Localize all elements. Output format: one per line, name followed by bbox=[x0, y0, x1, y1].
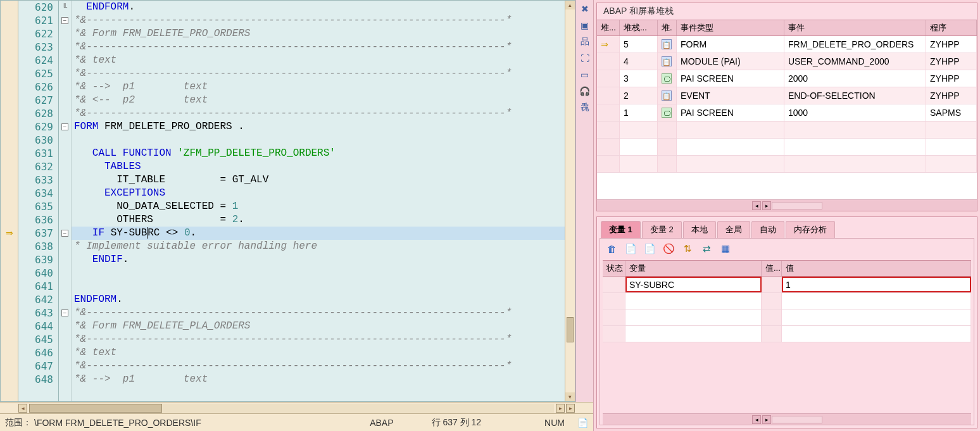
code-line[interactable]: *&--------------------------------------… bbox=[72, 333, 565, 346]
var-name-cell[interactable] bbox=[625, 309, 762, 325]
code-line[interactable]: FORM FRM_DELETE_PRO_ORDERS . bbox=[72, 120, 565, 134]
code-line[interactable]: IF SY-SUBRC <> 0. bbox=[72, 227, 565, 240]
sort-icon[interactable]: ⇅ bbox=[681, 242, 694, 255]
code-line[interactable]: *& <-- p2 text bbox=[72, 94, 565, 107]
code-line[interactable]: IT_TABLE = GT_ALV bbox=[72, 173, 565, 187]
code-line[interactable]: *& Form FRM_DELETE_PRO_ORDERS bbox=[72, 27, 565, 41]
tab-变量 1[interactable]: 变量 1 bbox=[601, 221, 641, 238]
code-line[interactable]: NO_DATA_SELECTED = 1 bbox=[72, 200, 565, 213]
fullscreen-icon[interactable]: ⛶ bbox=[579, 52, 591, 65]
code-line[interactable]: *&--------------------------------------… bbox=[72, 306, 565, 320]
stack-row[interactable]: 2📋EVENTEND-OF-SELECTIONZYHPP bbox=[597, 87, 977, 104]
vars-col-name[interactable]: 变量 bbox=[625, 261, 762, 276]
scroll-down-button[interactable]: ▾ bbox=[565, 392, 575, 401]
code-line[interactable] bbox=[72, 280, 565, 293]
tab-自动[interactable]: 自动 bbox=[751, 221, 784, 238]
code-line[interactable]: ENDFORM. bbox=[72, 1, 565, 14]
code-line[interactable]: *& --> p1 text bbox=[72, 373, 565, 386]
code-line[interactable]: *& text bbox=[72, 346, 565, 359]
new-window-icon[interactable]: ▣ bbox=[579, 19, 591, 32]
var-value-cell[interactable]: 1 bbox=[782, 277, 971, 292]
vertical-scrollbar[interactable]: ▴ ▾ bbox=[565, 1, 575, 401]
var-value-cell[interactable] bbox=[782, 309, 971, 325]
code-line[interactable]: ENDFORM. bbox=[72, 293, 565, 306]
add-var-icon[interactable]: 📄 bbox=[624, 242, 637, 255]
code-line[interactable]: *& --> p1 text bbox=[72, 80, 565, 94]
vars-hscroll[interactable]: ◂ ▸ bbox=[603, 413, 971, 425]
stack-col-event[interactable]: 事件 bbox=[784, 20, 926, 35]
variable-row[interactable]: SY-SUBRC1 bbox=[603, 277, 971, 293]
var-value-cell[interactable] bbox=[782, 293, 971, 309]
table-icon[interactable]: ▦ bbox=[719, 242, 732, 255]
code-line[interactable]: OTHERS = 2. bbox=[72, 213, 565, 227]
vars-scroll-left[interactable]: ◂ bbox=[752, 415, 761, 424]
scroll-thumb[interactable] bbox=[567, 317, 574, 342]
var-name-cell[interactable] bbox=[625, 293, 762, 309]
structure-icon[interactable]: 毳 bbox=[579, 101, 591, 114]
variable-row[interactable] bbox=[603, 293, 971, 309]
code-line[interactable]: *&--------------------------------------… bbox=[72, 67, 565, 80]
tab-全局[interactable]: 全局 bbox=[717, 221, 750, 238]
code-line[interactable] bbox=[72, 134, 565, 147]
stack-col-index[interactable]: 堆... bbox=[597, 20, 620, 35]
tab-变量 2[interactable]: 变量 2 bbox=[642, 221, 682, 238]
fold-toggle[interactable]: − bbox=[61, 17, 68, 24]
code-line[interactable]: * Implement suitable error handling here bbox=[72, 240, 565, 253]
hscroll-right2-button[interactable]: ▸ bbox=[566, 404, 575, 413]
tab-内存分析[interactable]: 内存分析 bbox=[786, 221, 835, 238]
hscroll-track[interactable] bbox=[29, 404, 554, 413]
code-line[interactable]: EXCEPTIONS bbox=[72, 187, 565, 200]
delete-icon[interactable]: 🗑 bbox=[605, 242, 618, 255]
support-icon[interactable]: 🎧 bbox=[579, 85, 591, 97]
code-line[interactable] bbox=[72, 266, 565, 280]
code-line[interactable]: *&--------------------------------------… bbox=[72, 359, 565, 373]
transfer-icon[interactable]: ⇄ bbox=[700, 242, 713, 255]
vars-scroll-right[interactable]: ▸ bbox=[762, 415, 771, 424]
code-line[interactable]: CALL FUNCTION 'ZFM_PP_DELETE_PRO_ORDERS' bbox=[72, 147, 565, 160]
scroll-up-button[interactable]: ▴ bbox=[565, 1, 575, 9]
tab-本地[interactable]: 本地 bbox=[683, 221, 716, 238]
edit-var-icon[interactable]: 📄 bbox=[643, 242, 656, 255]
stack-col-level[interactable]: 堆栈... bbox=[620, 20, 658, 35]
stack-col-event-type[interactable]: 事件类型 bbox=[677, 20, 784, 35]
stack-row[interactable]: 4📋MODULE (PAI)USER_COMMAND_2000ZYHPP bbox=[597, 53, 977, 70]
hscroll-right-button[interactable]: ▸ bbox=[556, 404, 565, 413]
remove-var-icon[interactable]: 🚫 bbox=[662, 242, 675, 255]
stack-row[interactable]: 1🖵PAI SCREEN1000SAPMS bbox=[597, 104, 977, 122]
var-name-cell[interactable] bbox=[625, 326, 762, 342]
fold-toggle[interactable]: − bbox=[61, 230, 68, 237]
stack-scroll-track[interactable] bbox=[772, 202, 822, 209]
vars-col-value[interactable]: 值 bbox=[782, 261, 971, 276]
code-line[interactable]: *&--------------------------------------… bbox=[72, 41, 565, 54]
stack-scroll-left[interactable]: ◂ bbox=[752, 201, 761, 210]
vars-col-valicon[interactable]: 值... bbox=[762, 261, 782, 276]
fold-toggle[interactable]: − bbox=[61, 123, 68, 130]
layout-icon[interactable]: ▭ bbox=[579, 68, 591, 81]
hscroll-thumb[interactable] bbox=[29, 404, 162, 413]
fold-gutter[interactable]: ╙−−−− bbox=[59, 1, 72, 401]
stack-scroll-right[interactable]: ▸ bbox=[762, 201, 771, 210]
code-line[interactable]: TABLES bbox=[72, 160, 565, 173]
stack-row[interactable]: ⇒5📋FORMFRM_DELETE_PRO_ORDERSZYHPP bbox=[597, 36, 977, 53]
code-line[interactable]: *& text bbox=[72, 54, 565, 67]
fold-toggle[interactable]: − bbox=[61, 309, 68, 316]
code-line[interactable]: *&--------------------------------------… bbox=[72, 14, 565, 27]
variable-row[interactable] bbox=[603, 326, 971, 342]
code-line[interactable]: *&--------------------------------------… bbox=[72, 107, 565, 120]
code-line[interactable]: ENDIF. bbox=[72, 253, 565, 266]
code-editor[interactable]: ⇒ 62062162262362462562662762862963063163… bbox=[0, 0, 575, 402]
close-icon[interactable]: ✖ bbox=[579, 3, 591, 15]
stack-col-program[interactable]: 程序 bbox=[926, 20, 977, 35]
hscroll-left-button[interactable]: ◂ bbox=[18, 404, 27, 413]
var-name-cell[interactable]: SY-SUBRC bbox=[625, 277, 762, 292]
stack-row[interactable]: 3🖵PAI SCREEN2000ZYHPP bbox=[597, 70, 977, 87]
vars-col-status[interactable]: 状态 bbox=[603, 261, 625, 276]
vars-scroll-track[interactable] bbox=[772, 416, 822, 423]
variable-row[interactable] bbox=[603, 309, 971, 326]
code-line[interactable]: *& Form FRM_DELETE_PLA_ORDERS bbox=[72, 320, 565, 333]
var-value-cell[interactable] bbox=[782, 326, 971, 342]
stack-col-icon[interactable]: 堆. bbox=[658, 20, 677, 35]
code-text[interactable]: ENDFORM.*&------------------------------… bbox=[72, 1, 565, 401]
stack-hscroll[interactable]: ◂ ▸ bbox=[597, 199, 977, 211]
hierarchy-icon[interactable]: 品 bbox=[579, 35, 591, 48]
